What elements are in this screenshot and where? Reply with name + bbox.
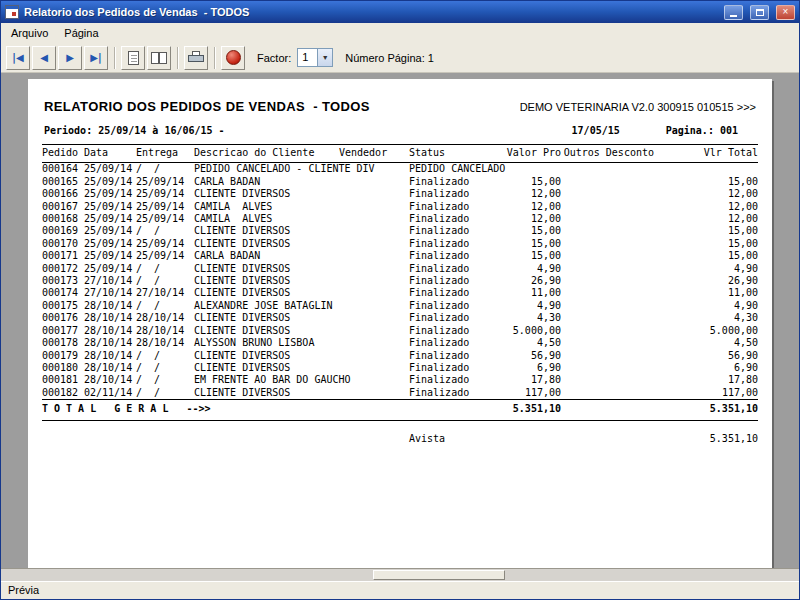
single-page-view-button[interactable]: [121, 46, 145, 70]
report-page: RELATORIO DOS PEDIDOS DE VENDAS - TODOS …: [28, 79, 772, 568]
payment-total: 5.351,10: [654, 420, 758, 445]
stop-icon: [226, 50, 241, 65]
cell-cliente: CLIENTE DIVERSOS: [194, 263, 339, 275]
cell-valor-pro: 15,00: [505, 225, 561, 237]
scrollbar-thumb[interactable]: [373, 570, 505, 580]
cell-cliente: CLIENTE DIVERSOS: [194, 238, 339, 250]
minimize-icon: [730, 15, 737, 17]
cell-data: 25/09/14: [84, 176, 136, 188]
cell-valor-pro: 12,00: [505, 201, 561, 213]
col-header-valor-pro: Valor Pro: [505, 145, 561, 163]
table-row: 000168 25/09/14 25/09/14 CAMILA ALVES Fi…: [42, 213, 758, 225]
cell-pedido: 000181: [42, 374, 84, 386]
table-row: 000181 28/10/14 / / EM FRENTE AO BAR DO …: [42, 374, 758, 386]
next-page-button[interactable]: ▶: [58, 46, 82, 70]
cell-pedido: 000176: [42, 312, 84, 324]
cell-entrega: / /: [136, 225, 194, 237]
cell-data: 28/10/14: [84, 325, 136, 337]
cell-vendedor: [339, 275, 409, 287]
cell-vendedor: [339, 337, 409, 349]
cell-vendedor: [339, 188, 409, 200]
cell-entrega: / /: [136, 300, 194, 312]
cell-outros-desconto: [561, 275, 654, 287]
cell-cliente: CARLA BADAN: [194, 176, 339, 188]
payment-summary-row: Avista 5.351,10: [42, 420, 758, 445]
exit-button[interactable]: [221, 46, 245, 70]
cell-status: Finalizado: [409, 275, 505, 287]
last-page-button[interactable]: ▶|: [84, 46, 108, 70]
cell-outros-desconto: [561, 263, 654, 275]
maximize-button[interactable]: [750, 5, 769, 20]
first-page-button[interactable]: |◀: [6, 46, 30, 70]
chevron-down-icon[interactable]: ▼: [317, 49, 332, 66]
cell-valor-pro: 6,90: [505, 362, 561, 374]
total-valor-pro: 5.351,10: [505, 400, 561, 420]
payment-spacer: [42, 420, 409, 445]
last-page-icon: ▶|: [90, 52, 101, 63]
col-header-vlr-total: Vlr Total: [654, 145, 758, 163]
cell-data: 28/10/14: [84, 362, 136, 374]
cell-vlr-total: 15,00: [654, 238, 758, 250]
menu-pagina[interactable]: Página: [56, 24, 106, 42]
cell-entrega: 25/09/14: [136, 250, 194, 262]
factor-select[interactable]: 1 ▼: [297, 48, 333, 67]
cell-entrega: / /: [136, 350, 194, 362]
cell-vlr-total: 4,30: [654, 312, 758, 324]
horizontal-scrollbar[interactable]: [1, 568, 799, 581]
table-row: 000176 28/10/14 28/10/14 CLIENTE DIVERSO…: [42, 312, 758, 324]
cell-valor-pro: 56,90: [505, 350, 561, 362]
cell-outros-desconto: [561, 225, 654, 237]
payment-label: Avista: [409, 420, 505, 445]
cell-data: 25/09/14: [84, 225, 136, 237]
total-row: T O T A L G E R A L -->> 5.351,10 5.351,…: [42, 400, 758, 420]
cell-pedido: 000174: [42, 287, 84, 299]
cell-valor-pro: 12,00: [505, 213, 561, 225]
cell-vlr-total: 15,00: [654, 250, 758, 262]
cell-status: Finalizado: [409, 188, 505, 200]
cell-status: Finalizado: [409, 287, 505, 299]
cell-vlr-total: 15,00: [654, 176, 758, 188]
cell-vlr-total: 4,50: [654, 337, 758, 349]
table-row: 000178 28/10/14 28/10/14 ALYSSON BRUNO L…: [42, 337, 758, 349]
previous-page-button[interactable]: ◀: [32, 46, 56, 70]
cell-outros-desconto: [561, 250, 654, 262]
print-button[interactable]: [184, 46, 208, 70]
cell-entrega: / /: [136, 374, 194, 386]
col-header-pedido: Pedido: [42, 145, 84, 163]
cell-valor-pro: 26,90: [505, 275, 561, 287]
factor-label: Factor:: [257, 52, 291, 64]
menu-arquivo[interactable]: Arquivo: [3, 24, 56, 42]
col-header-entrega: Entrega: [136, 145, 194, 163]
cell-cliente: CLIENTE DIVERSOS: [194, 350, 339, 362]
cell-status: Finalizado: [409, 201, 505, 213]
cell-data: 27/10/14: [84, 287, 136, 299]
report-header: RELATORIO DOS PEDIDOS DE VENDAS - TODOS …: [42, 91, 758, 124]
cell-cliente: CLIENTE DIVERSOS: [194, 287, 339, 299]
cell-pedido: 000180: [42, 362, 84, 374]
cell-entrega: / /: [136, 263, 194, 275]
close-button[interactable]: ×: [776, 5, 795, 20]
table-row: 000171 25/09/14 25/09/14 CARLA BADAN Fin…: [42, 250, 758, 262]
cell-vendedor: [339, 213, 409, 225]
cell-valor-pro: 4,50: [505, 337, 561, 349]
col-header-vendedor: Vendedor: [339, 145, 409, 163]
cell-vendedor: [339, 238, 409, 250]
cell-outros-desconto: [561, 163, 654, 176]
cell-valor-pro: 17,80: [505, 374, 561, 386]
cell-data: 28/10/14: [84, 337, 136, 349]
minimize-button[interactable]: [724, 5, 743, 20]
cell-data: 28/10/14: [84, 312, 136, 324]
first-page-icon: |◀: [12, 52, 23, 63]
cell-status: Finalizado: [409, 213, 505, 225]
status-text: Prévia: [8, 584, 39, 596]
cell-pedido: 000177: [42, 325, 84, 337]
cell-pedido: 000169: [42, 225, 84, 237]
cell-outros-desconto: [561, 213, 654, 225]
cell-cliente: CLIENTE DIVERSOS: [194, 188, 339, 200]
cell-vlr-total: [654, 163, 758, 176]
factor-value: 1: [298, 49, 317, 66]
cell-status: PEDIDO CANCELADO: [409, 163, 505, 176]
two-page-view-button[interactable]: [147, 46, 171, 70]
cell-outros-desconto: [561, 287, 654, 299]
cell-vlr-total: 12,00: [654, 188, 758, 200]
